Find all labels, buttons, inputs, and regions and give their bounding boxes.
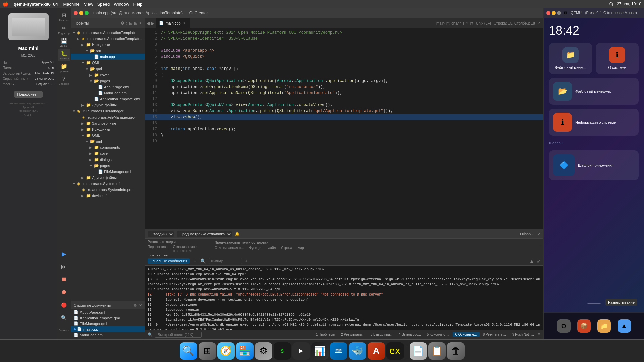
back-arrow[interactable]: ◀ — [146, 20, 150, 26]
tab-push[interactable]: 9 Push Notifi... — [509, 332, 537, 337]
tab-results2[interactable]: 8 Результаты... — [480, 332, 509, 337]
tree-item-aboutpage[interactable]: 📄 AboutPage.qml — [71, 84, 145, 90]
dock-iterm[interactable]: ► — [292, 342, 310, 360]
dock-launchpad[interactable]: ⊞ — [199, 342, 216, 360]
qemu-folder-icon[interactable]: 📁 — [597, 319, 611, 333]
tree-item-qml2[interactable]: ▼ 📁 QML — [71, 132, 145, 138]
qemu-minimize[interactable] — [552, 11, 556, 15]
tree-item-qml-folder2[interactable]: ▼ 📂 qml — [71, 138, 145, 144]
output-minus-icon[interactable]: − — [250, 258, 253, 264]
tab-main-msgs[interactable]: 6 Основные... — [453, 332, 480, 337]
dock-vscode[interactable]: ⌨ — [330, 342, 347, 360]
tree-item-proj2b[interactable]: ◈ ru.auroraos.FileManager.pro — [71, 114, 145, 120]
tree-item-cover2[interactable]: ▶ 📁 cover — [71, 150, 145, 156]
close-button[interactable] — [74, 11, 78, 15]
dock-terminal[interactable]: $ — [274, 342, 291, 360]
tree-item-pages1[interactable]: ▼ 📂 pages — [71, 78, 145, 84]
tree-item-sources2[interactable]: ▶ 📁 Исходники — [71, 126, 145, 132]
dock-appstore[interactable]: 🏪 — [236, 342, 254, 360]
more-button[interactable]: Подробнее... — [14, 91, 43, 98]
qemu-app-filemanager-full[interactable]: 📂 Файловый менеджер — [549, 78, 639, 105]
tree-item-components[interactable]: ▶ 📁 components — [71, 144, 145, 150]
filter-icon[interactable]: ⚙ — [121, 21, 124, 26]
tab-close-icon[interactable]: ✕ — [183, 21, 186, 26]
tree-item-qml-folder1[interactable]: ▼ 📂 qml — [71, 66, 145, 72]
debugger-preset-select[interactable]: Преднастройка отладчика — [177, 231, 232, 237]
open-doc-apptemplate[interactable]: 📄 ApplicationTemplate.qml — [71, 315, 145, 321]
tree-item-sources1[interactable]: ▶ 📁 Исходники — [71, 42, 145, 48]
more-tabs-icon[interactable]: ⊞ — [537, 332, 541, 337]
expand-icon[interactable]: ⊞ — [134, 21, 137, 26]
open-docs-sort[interactable]: ⚙ — [133, 303, 137, 308]
output-filter-input[interactable] — [209, 258, 242, 264]
toolbar-search[interactable]: 🔍 — [58, 312, 70, 324]
tree-item-other2[interactable]: ▶ 📁 Другие файлы — [71, 175, 145, 181]
tree-item-src[interactable]: ▼ 📂 src — [71, 48, 145, 54]
toolbar-debug-run[interactable]: 🔴 — [58, 299, 70, 311]
quick-search-input[interactable] — [155, 332, 202, 338]
toolbar-disks[interactable]: 💾 Диски — [58, 36, 70, 48]
tree-item-proj1b[interactable]: ▶ ◈ ru.auroraos.ApplicationTemplate... — [71, 36, 145, 42]
forward-arrow[interactable]: ▶ — [151, 20, 154, 26]
output-expand-icon[interactable]: ⤢ — [537, 258, 541, 264]
qemu-arrow-icon[interactable]: ▲ — [618, 319, 631, 333]
open-docs-close[interactable]: ✕ — [139, 303, 142, 308]
collapse-icon[interactable]: ⊟ — [129, 21, 132, 26]
code-view[interactable]: 1 // SPDX-FileCopyrightText: 2024 Open M… — [145, 28, 543, 229]
add-output-icon[interactable]: + — [194, 258, 196, 264]
minimize-button[interactable] — [79, 11, 83, 15]
open-doc-maincpp[interactable]: 📄 main.cpp — [71, 326, 145, 332]
tab-results1[interactable]: 2 Результаты... — [338, 332, 367, 337]
toolbar-editor[interactable]: ✏ Редактор — [58, 24, 70, 36]
menu-machine[interactable]: Machine — [63, 2, 80, 7]
tab-output1[interactable]: 3 Вывод при... — [368, 332, 395, 337]
qemu-settings-icon[interactable]: ⚙ — [557, 319, 571, 333]
tree-item-main-cpp[interactable]: 📄 main.cpp — [71, 54, 145, 60]
output-content[interactable]: AuroraOS_5.2.0.1126_MB2_x86_64_in_aurora… — [145, 266, 543, 330]
tree-item-pages2[interactable]: ▼ 📂 pages — [71, 163, 145, 169]
maximize-button[interactable] — [85, 11, 89, 15]
dock-files[interactable]: 📄 — [410, 342, 427, 360]
qemu-app-systeminfo-full[interactable]: ℹ Информация о системе — [549, 109, 639, 136]
dock-exec[interactable]: ex — [386, 342, 404, 360]
tab-main-cpp[interactable]: 📄 main.cpp ✕ — [156, 18, 190, 28]
toolbar-start[interactable]: ⊞ Начало — [58, 11, 70, 23]
tree-item-qml1[interactable]: ▼ 📁 QML — [71, 60, 145, 66]
qemu-app-template[interactable]: 🔷 Шаблон приложения — [549, 150, 639, 180]
output-collapse-icon[interactable]: ▲ — [529, 258, 534, 264]
qemu-app-about[interactable]: ℹ О системе — [596, 43, 639, 74]
qemu-screen[interactable]: 18:42 📁 Файловый мене... ℹ О системе — [544, 18, 644, 312]
toolbar-stop[interactable]: ⏹ — [58, 273, 70, 285]
dock-docs[interactable]: 📋 — [428, 342, 446, 360]
tree-item-project3[interactable]: ▼ ◉ ru.auroraos.SystemInfo — [71, 181, 145, 187]
menu-help[interactable]: Help — [133, 2, 142, 7]
qemu-package-icon[interactable]: 📦 — [577, 319, 591, 333]
dock-activity-monitor[interactable]: 📊 — [311, 342, 329, 360]
toolbar-run2[interactable]: ⏭ — [58, 261, 70, 273]
tree-item-mainpage[interactable]: 📄 MainPage.qml — [71, 90, 145, 96]
toolbar-run[interactable]: ▶ — [58, 248, 70, 260]
toolbar-debug[interactable]: 🐛 Отладка — [58, 49, 70, 61]
dock-trash[interactable]: 🗑 — [447, 342, 465, 360]
tree-item-apptemplate[interactable]: 📄 ApplicationTemplate.qml — [71, 96, 145, 102]
tree-item-project2[interactable]: ▼ ◉ ru.auroraos.FileManager — [71, 108, 145, 114]
toolbar-projects[interactable]: 📁 Проекты — [58, 62, 70, 74]
tree-item-proj3b[interactable]: ◈ ru.auroraos.SystemInfo.pro — [71, 187, 145, 193]
open-doc-aboutpage[interactable]: 📄 AboutPage.qml — [71, 309, 145, 315]
toolbar-help[interactable]: ? Справка — [58, 75, 70, 87]
search-bottom-icon[interactable]: 🔍 — [148, 332, 153, 337]
qemu-maximize[interactable] — [557, 11, 561, 15]
qemu-app-filemanager-mini[interactable]: 📁 Файловый мене... — [549, 43, 592, 74]
apple-icon[interactable]: 🍎 — [3, 1, 8, 7]
menu-window[interactable]: Window — [114, 2, 129, 7]
output-add-icon[interactable]: + — [245, 258, 248, 264]
open-doc-filemanager[interactable]: 📄 FileManager.qml — [71, 321, 145, 326]
qemu-close[interactable] — [546, 11, 550, 15]
tree-item-deviceinfo[interactable]: ▶ 📁 deviceinfo — [71, 193, 145, 199]
tree-item-other1[interactable]: ▶ 📁 Другие файлы — [71, 102, 145, 108]
toolbar-stop2[interactable]: ⏺ — [58, 286, 70, 298]
dock-system-prefs[interactable]: ⚙ — [255, 342, 272, 360]
sync-icon[interactable]: ↕ — [126, 21, 128, 26]
tab-problems[interactable]: 1 Проблемы — [313, 332, 338, 337]
menu-speed[interactable]: Speed — [97, 2, 110, 7]
